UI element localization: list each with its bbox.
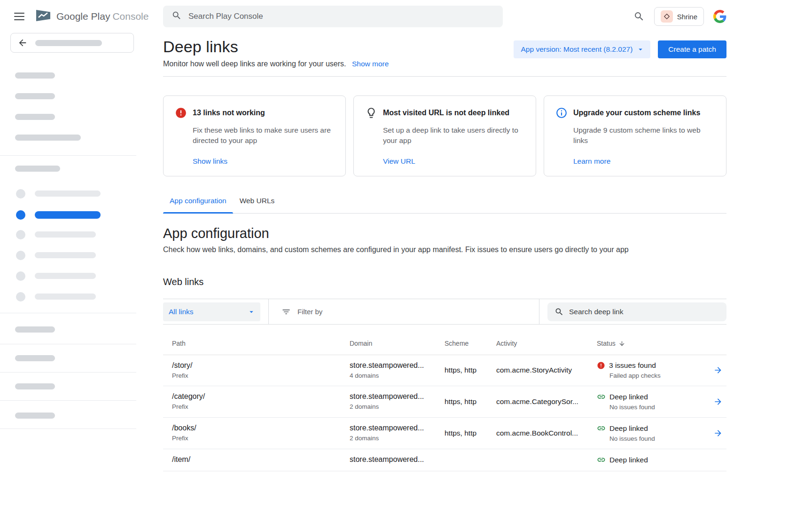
card-title: Upgrade your custom scheme links	[573, 109, 700, 117]
page-header: Deep links Monitor how well deep links a…	[163, 37, 726, 68]
sidebar-divider	[0, 155, 136, 156]
card-most-visited-url: Most visited URL is not deep linked Set …	[353, 95, 536, 176]
arrow-back-icon	[17, 38, 28, 48]
vertical-divider	[539, 299, 539, 325]
view-url-link[interactable]: View URL	[383, 151, 524, 166]
sidebar-divider	[0, 372, 136, 373]
activity-value: com.acme.BookControl...	[496, 429, 597, 437]
web-links-heading: Web links	[163, 277, 726, 287]
link-icon	[597, 424, 606, 433]
app-chip-label: Shrine	[677, 13, 697, 21]
insight-cards: 13 links not working Fix these web links…	[163, 95, 726, 176]
google-account-avatar[interactable]	[713, 10, 726, 23]
search-icon	[172, 10, 182, 23]
lightbulb-icon	[365, 107, 377, 119]
search-icon	[554, 307, 564, 317]
status-value: Deep linked	[609, 393, 648, 401]
filter-icon	[281, 307, 291, 317]
table-row[interactable]: /category/ Prefix store.steampowered... …	[163, 386, 726, 418]
logo-text: Google PlayConsole	[56, 11, 148, 22]
arrow-forward-icon[interactable]	[713, 429, 723, 438]
chevron-down-icon	[636, 45, 645, 54]
status-value: Deep linked	[609, 424, 648, 433]
tab-app-configuration[interactable]: App configuration	[163, 197, 233, 213]
show-more-link[interactable]: Show more	[352, 60, 389, 68]
search-icon-button[interactable]	[633, 11, 645, 22]
skeleton-bar	[15, 72, 55, 79]
path-value: /item/	[172, 455, 350, 464]
path-value: /story/	[172, 361, 350, 370]
domain-count: 2 domains	[350, 403, 445, 410]
activity-value: com.acme.CategorySor...	[496, 397, 597, 406]
sort-descending-icon	[618, 340, 625, 347]
card-title: 13 links not working	[193, 109, 265, 117]
column-scheme: Scheme	[445, 340, 496, 347]
error-icon	[597, 361, 605, 370]
sidebar-item-deep-links-selected[interactable]	[35, 211, 101, 219]
table-row[interactable]: /story/ Prefix store.steampowered... 4 d…	[163, 355, 726, 386]
column-domain: Domain	[350, 340, 445, 347]
section-title: App configuration	[163, 226, 726, 241]
main-content: Deep links Monitor how well deep links a…	[163, 33, 726, 508]
skeleton-bar	[35, 252, 96, 258]
tab-web-urls[interactable]: Web URLs	[233, 197, 281, 213]
path-type: Prefix	[172, 403, 350, 410]
skeleton-bar	[15, 355, 55, 361]
table-row[interactable]: /item/ store.steampowered... Deep linked	[163, 449, 726, 471]
header-divider	[163, 76, 726, 77]
skeleton-bar	[15, 135, 81, 141]
card-body: Set up a deep link to take users directl…	[383, 125, 524, 146]
sidebar-divider	[0, 313, 136, 313]
link-icon	[597, 455, 606, 464]
deep-link-search	[547, 302, 726, 321]
topbar-right: Shrine	[633, 7, 726, 26]
app-version-dropdown[interactable]: App version: Most recent (8.2.027)	[514, 40, 651, 58]
card-body: Fix these web links to make sure users a…	[193, 125, 334, 146]
tab-bar: App configuration Web URLs	[163, 197, 726, 214]
table-row[interactable]: /books/ Prefix store.steampowered... 2 d…	[163, 418, 726, 449]
create-patch-button[interactable]: Create a patch	[658, 40, 726, 58]
global-search-input[interactable]	[188, 12, 494, 21]
filter-by-button[interactable]: Filter by	[269, 307, 539, 317]
skeleton-nav-icon	[16, 251, 25, 260]
app-switcher-chip[interactable]: Shrine	[654, 7, 704, 26]
card-links-not-working: 13 links not working Fix these web links…	[163, 95, 346, 176]
menu-icon[interactable]	[14, 12, 24, 21]
card-body: Upgrade 9 custom scheme links to web lin…	[573, 125, 715, 146]
show-links-link[interactable]: Show links	[193, 151, 334, 166]
domain-value: store.steampowered...	[350, 455, 445, 464]
arrow-forward-icon[interactable]	[713, 365, 723, 375]
skeleton-bar	[35, 273, 96, 279]
skeleton-bar	[35, 294, 96, 300]
skeleton-bar	[35, 190, 101, 197]
skeleton-bar	[15, 93, 55, 99]
domain-count: 2 domains	[350, 435, 445, 442]
status-detail: No issues found	[609, 404, 705, 411]
domain-value: store.steampowered...	[350, 424, 445, 432]
topbar: Google PlayConsole Shrine	[0, 0, 812, 33]
table-header: Path Domain Scheme Activity Status	[163, 325, 726, 355]
learn-more-link[interactable]: Learn more	[573, 151, 715, 166]
scheme-value: https, http	[445, 397, 496, 406]
status-detail: No issues found	[609, 435, 705, 442]
domain-value: store.steampowered...	[350, 361, 445, 370]
page-title: Deep links	[163, 37, 389, 56]
sidebar-divider	[0, 429, 136, 429]
deep-link-search-input[interactable]	[569, 308, 719, 316]
skeleton-bar	[35, 40, 102, 46]
activity-value: com.acme.StoryActivity	[496, 366, 597, 374]
domain-value: store.steampowered...	[350, 392, 445, 401]
path-value: /category/	[172, 392, 350, 401]
column-status-sortable[interactable]: Status	[597, 340, 705, 347]
skeleton-bar	[35, 231, 96, 238]
skeleton-nav-icon	[16, 271, 25, 281]
card-upgrade-scheme-links: Upgrade your custom scheme links Upgrade…	[544, 95, 726, 176]
links-filter-select[interactable]: All links	[163, 302, 260, 321]
link-icon	[597, 392, 606, 401]
sidebar-divider	[0, 344, 136, 344]
back-button[interactable]	[10, 33, 134, 53]
arrow-forward-icon[interactable]	[713, 397, 723, 406]
column-path: Path	[172, 340, 350, 347]
header-actions: App version: Most recent (8.2.027) Creat…	[514, 40, 726, 58]
error-icon	[175, 107, 187, 119]
